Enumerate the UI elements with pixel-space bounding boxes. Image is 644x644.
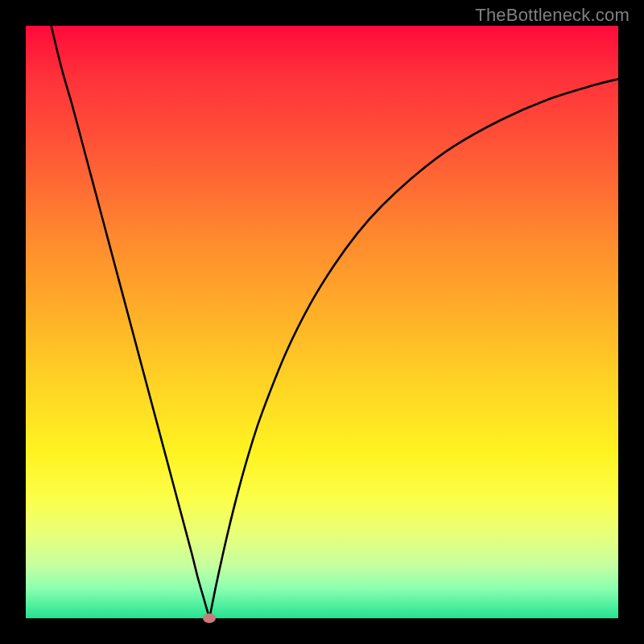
watermark-text: TheBottleneck.com	[475, 5, 630, 26]
curve-path	[52, 26, 618, 618]
plot-area	[26, 26, 618, 618]
minimum-marker	[203, 613, 216, 623]
bottleneck-curve	[26, 26, 618, 618]
chart-frame: TheBottleneck.com	[0, 0, 644, 644]
